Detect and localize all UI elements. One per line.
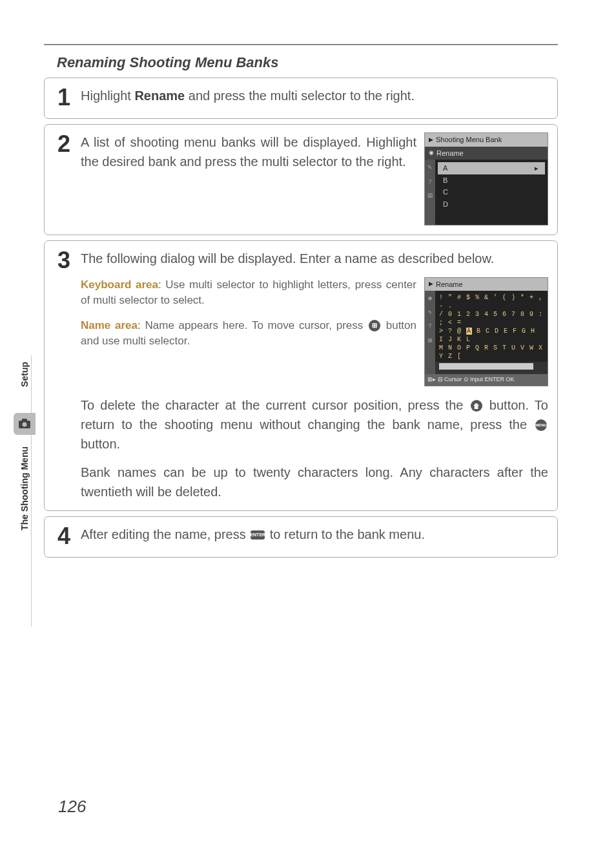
step-3-namearea-desc: Name area: Name appears here. To move cu…	[81, 318, 416, 350]
step-3: 3 The following dialog will be displayed…	[44, 240, 558, 511]
enter-button-icon: ENTER	[251, 530, 265, 540]
cam2-kb-row3: > ? @ A B C D E F G H I J K L	[439, 327, 544, 344]
delete-text-c: button.	[81, 437, 120, 451]
camera-icon: ◉	[429, 149, 434, 158]
section-title: Renaming Shooting Menu Banks	[44, 54, 558, 71]
card-icon: ▤	[427, 191, 433, 200]
side-rail-label-setup: Setup	[19, 362, 30, 387]
q-mark-icon: ?	[428, 322, 431, 331]
cam2-side-icons: ◉ ✎ ? ▤	[425, 291, 435, 374]
cam1-subtitle: Rename	[436, 148, 464, 159]
camera-screenshot-rename-dialog: ▶ Rename ◉ ✎ ? ▤	[424, 277, 548, 386]
step-4-text-b: to return to the bank menu.	[266, 527, 425, 541]
menu-button-icon: MENU	[535, 419, 547, 431]
step-1-body: Highlight Rename and press the multi sel…	[81, 86, 548, 105]
svg-rect-1	[22, 419, 27, 421]
step-3-limit-text: Bank names can be up to twenty character…	[81, 463, 548, 501]
cam1-row-d: D	[438, 198, 545, 211]
step-1-rename-label: Rename	[134, 89, 185, 103]
keyboard-area-label: Keyboard area	[81, 278, 158, 291]
cam1-row-blank	[438, 210, 545, 222]
cam1-side-icons: ✎ ? ▤	[425, 160, 435, 225]
cam2-kb-row1: ! " # $ % & ' ( ) * + , - .	[439, 293, 544, 310]
cam1-row-b: B	[438, 174, 545, 187]
play-icon: ▶	[429, 136, 433, 145]
cam2-hint-bar: ⊞▸ ⊟ Cursor ⊙ Input ENTER OK	[425, 374, 548, 386]
page-number: 126	[58, 797, 86, 817]
cam1-row-a-selected: A ▸	[438, 162, 545, 174]
play-icon: ▶	[429, 280, 433, 289]
name-area-label: Name area	[81, 319, 138, 331]
cam2-kb-highlight: A	[466, 328, 472, 335]
step-4-number: 4	[54, 525, 70, 548]
arrow-right-icon: ▸	[535, 163, 540, 174]
camera-icon: ◉	[428, 295, 431, 304]
step-4-text-a: After editing the name, press	[81, 527, 249, 541]
cam1-title: Shooting Menu Bank	[436, 134, 502, 145]
cam1-row-a-label: A	[443, 163, 449, 174]
side-rail-tab-camera-icon	[14, 413, 36, 435]
step-3-delete-desc: To delete the character at the current c…	[81, 395, 548, 454]
step-3-lead: The following dialog will be displayed. …	[81, 249, 548, 268]
step-2-text: A list of shooting menu banks will be di…	[81, 132, 416, 171]
step-2-number: 2	[54, 132, 70, 156]
cam2-kb-row2: / 0 1 2 3 4 5 6 7 8 9 : ; < =	[439, 310, 544, 327]
name-area-text-a: : Name appears here. To move cursor, pre…	[138, 319, 367, 331]
grid-icon: ⊞	[369, 320, 380, 331]
trash-icon: 🗑	[471, 400, 482, 412]
camera-screenshot-bank-list: ▶ Shooting Menu Bank ◉ Rename ✎ ? ▤	[424, 132, 548, 225]
top-rule	[44, 44, 558, 45]
step-1-number: 1	[54, 86, 70, 109]
cam1-row-c: C	[438, 186, 545, 198]
step-3-number: 3	[54, 249, 70, 272]
cam2-kb-row4: M N O P Q R S T U V W X Y Z [	[439, 344, 544, 361]
pencil-icon: ✎	[427, 163, 433, 173]
svg-point-2	[23, 422, 27, 426]
q-mark-icon: ?	[428, 178, 431, 187]
cam2-keyboard-area: ! " # $ % & ' ( ) * + , - . / 0 1 2 3 4 …	[435, 291, 548, 362]
step-4: 4 After editing the name, press ENTER to…	[44, 516, 558, 558]
pencil-icon: ✎	[428, 309, 431, 318]
cam2-name-input-field	[439, 363, 533, 370]
cam2-kb-row3-a: > ? @	[439, 328, 466, 335]
card-icon: ▤	[428, 337, 431, 346]
step-1: 1 Highlight Rename and press the multi s…	[44, 78, 558, 119]
cam2-name-input-row	[435, 362, 548, 374]
cam1-list: A ▸ B C D	[435, 160, 548, 225]
step-4-body: After editing the name, press ENTER to r…	[81, 525, 548, 544]
side-rail: Setup The Shooting Menu	[12, 362, 37, 530]
delete-text-a: To delete the character at the current c…	[81, 398, 469, 412]
side-rail-label-shooting-menu: The Shooting Menu	[19, 446, 30, 530]
step-1-text-b: and press the multi selector to the righ…	[185, 89, 415, 103]
cam2-title: Rename	[436, 279, 463, 290]
step-3-keyboard-desc: Keyboard area: Use multi selector to hig…	[81, 277, 416, 309]
step-2: 2 A list of shooting menu banks will be …	[44, 124, 558, 235]
step-1-text-a: Highlight	[81, 89, 134, 103]
